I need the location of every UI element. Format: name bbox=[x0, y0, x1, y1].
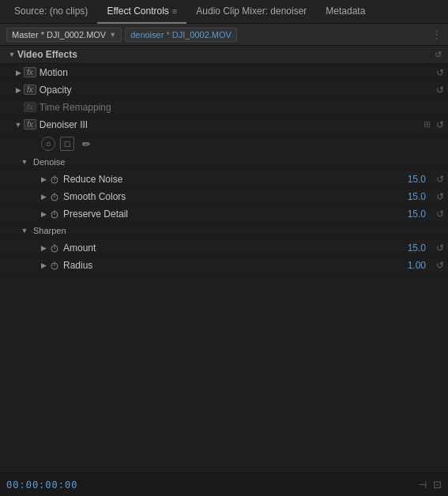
motion-reset-btn[interactable]: ↺ bbox=[432, 65, 448, 81]
radius-reset-btn[interactable]: ↺ bbox=[432, 257, 448, 273]
go-to-end-icon[interactable]: ⊣ bbox=[418, 479, 427, 490]
tab-audio-clip-mixer[interactable]: Audio Clip Mixer: denoiser bbox=[186, 0, 316, 24]
tool-circle[interactable]: ○ bbox=[41, 137, 55, 151]
reduce-noise-row: ▶ Reduce Noise 15.0 ↺ bbox=[0, 171, 448, 188]
preserve-detail-right-icons: 15.0 ↺ bbox=[398, 206, 448, 222]
tab-effect-controls[interactable]: Effect Controls ≡ bbox=[97, 0, 186, 24]
preserve-detail-reset-btn[interactable]: ↺ bbox=[432, 206, 448, 222]
opacity-row: ▶ fx Opacity ↺ bbox=[0, 81, 448, 99]
opacity-label: Opacity bbox=[40, 85, 448, 96]
denoiser-iii-row: ▼ fx Denoiser III ⊞ ↺ bbox=[0, 116, 448, 133]
reduce-noise-right-icons: 15.0 ↺ bbox=[398, 171, 448, 187]
video-effects-chevron[interactable]: ▼ bbox=[6, 49, 17, 60]
radius-right-icons: 1.00 ↺ bbox=[398, 257, 448, 273]
denoiser-tools-row: ○ □ ✏ bbox=[0, 133, 448, 154]
amount-label: Amount bbox=[63, 242, 448, 254]
bottom-controls: ⊣ ⊡ bbox=[418, 479, 442, 490]
smooth-colors-value[interactable]: 15.0 bbox=[398, 191, 426, 202]
denoiser-reset-btn[interactable]: ↺ bbox=[432, 117, 448, 133]
tab-bar: Source: (no clips) Effect Controls ≡ Aud… bbox=[0, 0, 448, 24]
reduce-noise-stopwatch[interactable] bbox=[49, 174, 60, 185]
master-clip-chevron: ▼ bbox=[109, 31, 116, 39]
tool-pen[interactable]: ✏ bbox=[79, 137, 93, 151]
smooth-colors-right-icons: 15.0 ↺ bbox=[398, 189, 448, 205]
tool-square[interactable]: □ bbox=[60, 137, 74, 151]
motion-fx-badge: fx bbox=[24, 67, 36, 77]
smooth-colors-chevron[interactable]: ▶ bbox=[38, 191, 49, 202]
motion-row: ▶ fx Motion ↺ bbox=[0, 64, 448, 81]
motion-right-icons: ↺ bbox=[432, 65, 448, 81]
amount-reset-btn[interactable]: ↺ bbox=[432, 240, 448, 256]
denoise-category-row: ▼ Denoise bbox=[0, 154, 448, 171]
effects-panel: ▼ Video Effects ↺ ▶ fx Motion ↺ ▶ fx Opa… bbox=[0, 46, 448, 472]
video-effects-header: ▼ Video Effects ↺ bbox=[0, 46, 448, 64]
tab-menu-icon: ≡ bbox=[172, 6, 177, 16]
radius-row: ▶ Radius 1.00 ↺ bbox=[0, 257, 448, 274]
denoise-label: Denoise bbox=[33, 157, 65, 167]
preserve-detail-value[interactable]: 15.0 bbox=[398, 209, 426, 220]
radius-label: Radius bbox=[63, 260, 448, 271]
smooth-colors-reset-btn[interactable]: ↺ bbox=[432, 189, 448, 205]
clip-selector-row: Master * DJI_0002.MOV ▼ denoiser * DJI_0… bbox=[0, 24, 448, 46]
denoiser-fx-badge: fx bbox=[24, 119, 36, 130]
denoiser-iii-chevron[interactable]: ▼ bbox=[13, 119, 24, 130]
smooth-colors-stopwatch[interactable] bbox=[49, 191, 60, 202]
opacity-reset-btn[interactable]: ↺ bbox=[432, 82, 448, 98]
opacity-fx-badge: fx bbox=[24, 85, 36, 95]
preserve-detail-stopwatch[interactable] bbox=[49, 209, 60, 220]
preserve-detail-chevron[interactable]: ▶ bbox=[38, 209, 49, 220]
sharpen-category-row: ▼ Sharpen bbox=[0, 223, 448, 239]
preserve-detail-label: Preserve Detail bbox=[63, 209, 448, 220]
amount-value[interactable]: 15.0 bbox=[398, 242, 426, 254]
sharpen-label: Sharpen bbox=[33, 226, 66, 235]
denoiser-right-icons: ⊞ ↺ bbox=[424, 117, 448, 133]
tab-source[interactable]: Source: (no clips) bbox=[5, 0, 97, 24]
denoise-chevron[interactable]: ▼ bbox=[19, 156, 30, 167]
opacity-right-icons: ↺ bbox=[432, 82, 448, 98]
amount-row: ▶ Amount 15.0 ↺ bbox=[0, 239, 448, 257]
sharpen-chevron[interactable]: ▼ bbox=[19, 225, 30, 236]
bottom-bar: 00:00:00:00 ⊣ ⊡ bbox=[0, 472, 448, 496]
reduce-noise-label: Reduce Noise bbox=[63, 174, 448, 185]
smooth-colors-label: Smooth Colors bbox=[63, 191, 448, 202]
panel-menu-icon[interactable]: ⋮ bbox=[431, 28, 442, 40]
opacity-chevron[interactable]: ▶ bbox=[13, 85, 24, 96]
reduce-noise-value[interactable]: 15.0 bbox=[398, 174, 426, 185]
denoiser-export-icon: ⊞ bbox=[424, 119, 431, 130]
export-frame-icon[interactable]: ⊡ bbox=[433, 479, 442, 490]
radius-chevron[interactable]: ▶ bbox=[38, 260, 49, 271]
denoiser-clip-selector[interactable]: denoiser * DJI_0002.MOV bbox=[125, 28, 237, 42]
time-remapping-fx-badge: fx bbox=[24, 102, 36, 112]
timecode: 00:00:00:00 bbox=[6, 479, 77, 490]
reduce-noise-chevron[interactable]: ▶ bbox=[38, 174, 49, 185]
amount-chevron[interactable]: ▶ bbox=[38, 242, 49, 254]
amount-right-icons: 15.0 ↺ bbox=[398, 240, 448, 256]
amount-stopwatch[interactable] bbox=[49, 242, 60, 254]
radius-value[interactable]: 1.00 bbox=[398, 260, 426, 271]
time-remapping-row: fx Time Remapping bbox=[0, 99, 448, 116]
radius-stopwatch[interactable] bbox=[49, 260, 60, 271]
denoiser-iii-label: Denoiser III bbox=[40, 119, 448, 130]
master-clip-selector[interactable]: Master * DJI_0002.MOV ▼ bbox=[6, 28, 122, 42]
tab-metadata[interactable]: Metadata bbox=[316, 0, 375, 24]
scroll-icon: ↺ bbox=[435, 50, 442, 60]
motion-label: Motion bbox=[40, 67, 448, 78]
smooth-colors-row: ▶ Smooth Colors 15.0 ↺ bbox=[0, 188, 448, 205]
motion-chevron[interactable]: ▶ bbox=[13, 67, 24, 78]
preserve-detail-row: ▶ Preserve Detail 15.0 ↺ bbox=[0, 205, 448, 223]
reduce-noise-reset-btn[interactable]: ↺ bbox=[432, 171, 448, 187]
time-remapping-label: Time Remapping bbox=[40, 102, 448, 113]
video-effects-label: Video Effects bbox=[17, 49, 77, 60]
